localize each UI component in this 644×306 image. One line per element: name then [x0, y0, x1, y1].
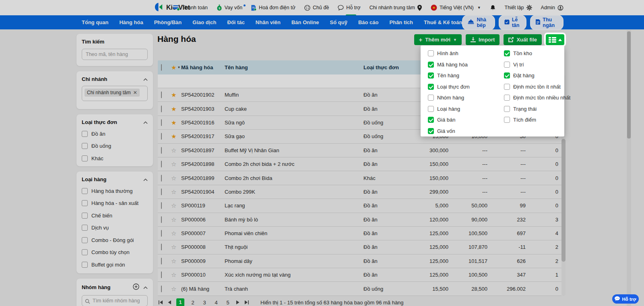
column-toggle-label: Tên hàng — [437, 72, 459, 79]
column-toggle-label: Vị trí — [513, 62, 524, 68]
column-toggle-item[interactable]: Giá bán — [428, 114, 470, 126]
column-toggle-label: Giá bán — [437, 117, 456, 123]
column-toggle-label: Tích điểm — [513, 117, 536, 123]
column-toggle-item[interactable]: Trạng thái — [504, 103, 570, 115]
checkbox-unchecked-icon[interactable] — [504, 106, 510, 112]
caret-up-icon — [558, 39, 562, 41]
column-toggle-label: Định mức tồn ít nhất — [513, 84, 561, 90]
support-fab-label: Hỗ trợ — [622, 297, 636, 302]
app-window: KiotViet Thanh toán$Vay vốnHoá đơn điện … — [0, 0, 644, 306]
column-toggle-label: Loại thực đơn — [437, 84, 470, 90]
column-toggle-label: Nhóm hàng — [437, 95, 464, 101]
column-settings-button[interactable] — [546, 34, 564, 45]
column-toggle-item[interactable]: Vị trí — [504, 59, 570, 70]
support-fab-button[interactable]: Hỗ trợ — [612, 294, 639, 304]
checkbox-checked-icon[interactable] — [428, 117, 434, 123]
column-toggle-item[interactable]: Mã hàng hóa — [428, 59, 470, 70]
column-toggle-item[interactable]: Tích điểm — [504, 114, 570, 126]
checkbox-checked-icon[interactable] — [428, 84, 434, 90]
checkbox-unchecked-icon[interactable] — [504, 95, 510, 101]
checkbox-checked-icon[interactable] — [428, 72, 434, 79]
checkbox-unchecked-icon[interactable] — [504, 117, 510, 123]
column-menu-left: Hình ảnhMã hàng hóaTên hàngLoại thực đơn… — [428, 48, 470, 136]
checkbox-checked-icon[interactable] — [504, 50, 510, 56]
checkbox-unchecked-icon[interactable] — [428, 50, 434, 56]
column-toggle-label: Hình ảnh — [437, 50, 458, 56]
column-menu-right: Tồn khoVị tríĐặt hàngĐịnh mức tồn ít nhấ… — [504, 48, 570, 126]
column-toggle-label: Đặt hàng — [513, 72, 535, 79]
column-toggle-item[interactable]: Hình ảnh — [428, 48, 470, 59]
checkbox-checked-icon[interactable] — [428, 128, 434, 134]
column-toggle-label: Trạng thái — [513, 106, 537, 112]
column-toggle-label: Loại hàng — [437, 106, 460, 112]
column-toggle-item[interactable]: Đặt hàng — [504, 70, 570, 81]
checkbox-checked-icon[interactable] — [428, 62, 434, 68]
column-toggle-label: Định mức tồn nhiều nhất — [513, 95, 570, 101]
column-toggle-item[interactable]: Định mức tồn nhiều nhất — [504, 92, 570, 103]
column-toggle-item[interactable]: Nhóm hàng — [428, 92, 470, 103]
column-toggle-item[interactable]: Giá vốn — [428, 126, 470, 137]
column-toggle-label: Mã hàng hóa — [437, 62, 468, 68]
column-toggle-item[interactable]: Tên hàng — [428, 70, 470, 81]
column-toggle-item[interactable]: Tồn kho — [504, 48, 570, 59]
columns-icon — [549, 37, 556, 43]
checkbox-unchecked-icon[interactable] — [504, 84, 510, 90]
checkbox-unchecked-icon[interactable] — [428, 95, 434, 101]
column-toggle-item[interactable]: Định mức tồn ít nhất — [504, 81, 570, 93]
checkbox-unchecked-icon[interactable] — [428, 106, 434, 112]
column-toggle-item[interactable]: Loại hàng — [428, 103, 470, 115]
column-toggle-label: Giá vốn — [437, 128, 455, 134]
checkbox-checked-icon[interactable] — [504, 72, 510, 79]
checkbox-unchecked-icon[interactable] — [504, 62, 510, 68]
column-toggle-item[interactable]: Loại thực đơn — [428, 81, 470, 93]
column-toggle-label: Tồn kho — [513, 50, 532, 56]
column-settings-dropdown: Hình ảnhMã hàng hóaTên hàngLoại thực đơn… — [421, 45, 564, 136]
chat-icon — [615, 296, 620, 302]
